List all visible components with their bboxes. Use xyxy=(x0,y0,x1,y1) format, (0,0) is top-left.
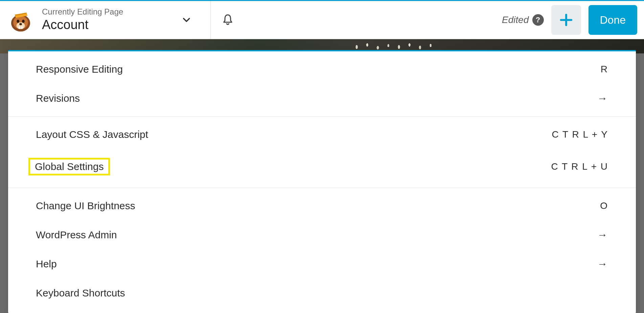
done-button[interactable]: Done xyxy=(589,5,638,35)
title-block[interactable]: Currently Editing Page Account xyxy=(42,7,123,33)
dropdown-scroll[interactable]: Responsive Editing R Revisions → Layout … xyxy=(8,51,636,313)
menu-label: Revisions xyxy=(36,93,80,104)
menu-label-highlighted: Global Settings xyxy=(28,158,110,175)
svg-point-7 xyxy=(19,23,22,25)
edited-text: Edited xyxy=(502,15,529,25)
menu-item-wordpress-admin[interactable]: WordPress Admin → xyxy=(8,220,636,249)
help-badge-icon[interactable]: ? xyxy=(532,14,544,26)
edited-status: Edited ? xyxy=(502,14,543,26)
menu-section-3: Change UI Brightness O WordPress Admin →… xyxy=(8,188,636,311)
plus-icon xyxy=(558,12,574,28)
done-label: Done xyxy=(600,14,626,26)
svg-rect-4 xyxy=(21,26,23,29)
menu-shortcut: C T R L + Y xyxy=(552,129,608,140)
menu-label: Keyboard Shortcuts xyxy=(36,287,125,299)
menu-shortcut: C T R L + U xyxy=(551,161,608,172)
menu-section-1: Responsive Editing R Revisions → xyxy=(8,51,636,116)
topbar-left: Currently Editing Page Account xyxy=(0,5,192,35)
beaver-builder-logo[interactable] xyxy=(5,5,36,35)
title-dropdown-toggle[interactable] xyxy=(181,14,192,26)
menu-item-revisions[interactable]: Revisions → xyxy=(8,84,636,113)
menu-item-keyboard-shortcuts[interactable]: Keyboard Shortcuts xyxy=(8,279,636,308)
menu-item-responsive-editing[interactable]: Responsive Editing R xyxy=(8,55,636,84)
chevron-down-icon xyxy=(181,14,192,26)
arrow-right-icon: → xyxy=(597,93,608,103)
svg-rect-3 xyxy=(19,26,20,29)
main-menu-dropdown: Responsive Editing R Revisions → Layout … xyxy=(8,50,636,313)
topbar-right: Edited ? Done xyxy=(502,5,644,35)
menu-label: Layout CSS & Javascript xyxy=(36,129,148,140)
page-name: Account xyxy=(42,17,123,33)
arrow-right-icon: → xyxy=(597,259,608,269)
menu-label: WordPress Admin xyxy=(36,229,117,241)
bell-icon xyxy=(221,13,235,27)
svg-point-6 xyxy=(22,20,25,23)
add-content-button[interactable] xyxy=(551,5,581,35)
arrow-right-icon: → xyxy=(597,230,608,240)
menu-item-help[interactable]: Help → xyxy=(8,249,636,279)
svg-point-5 xyxy=(17,20,19,23)
menu-label: Help xyxy=(36,258,57,270)
menu-label: Change UI Brightness xyxy=(36,200,135,212)
menu-shortcut: O xyxy=(600,200,608,211)
menu-shortcut: R xyxy=(601,64,608,75)
menu-label: Responsive Editing xyxy=(36,64,123,75)
menu-item-global-settings[interactable]: Global Settings C T R L + U xyxy=(8,149,636,184)
menu-section-2: Layout CSS & Javascript C T R L + Y Glob… xyxy=(8,117,636,188)
notifications-button[interactable] xyxy=(211,13,245,27)
menu-item-ui-brightness[interactable]: Change UI Brightness O xyxy=(8,191,636,220)
subtitle: Currently Editing Page xyxy=(42,7,123,17)
topbar: Currently Editing Page Account Edited ? … xyxy=(0,0,644,39)
menu-item-layout-css-js[interactable]: Layout CSS & Javascript C T R L + Y xyxy=(8,120,636,149)
beaver-icon xyxy=(7,7,34,33)
